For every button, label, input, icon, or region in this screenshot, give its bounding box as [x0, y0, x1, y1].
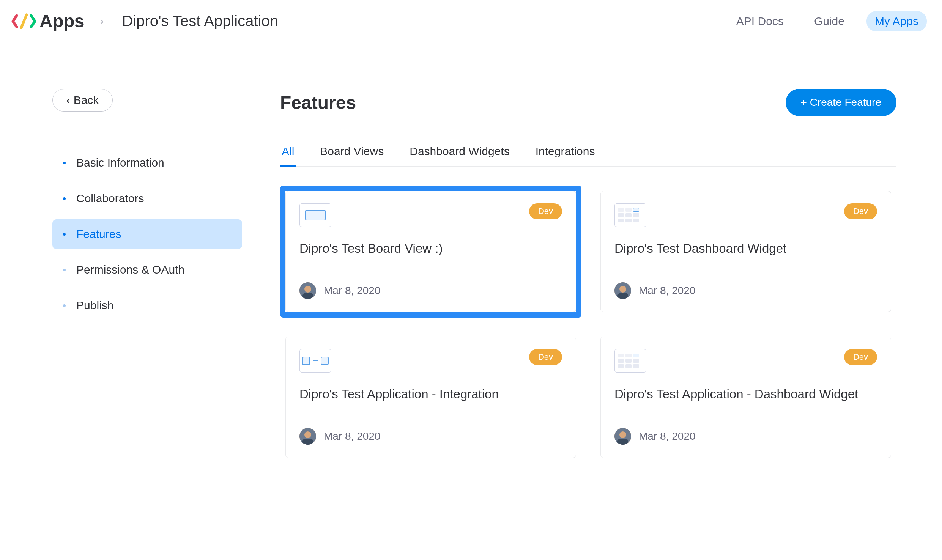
header-nav: API Docs Guide My Apps: [728, 11, 927, 31]
feature-card[interactable]: Dev Dipro's Test Dashboard Widget Mar 8,…: [600, 191, 891, 312]
card-date: Mar 8, 2020: [639, 285, 695, 297]
brand-logo[interactable]: Apps: [11, 11, 84, 31]
status-badge: Dev: [844, 349, 877, 365]
svg-point-4: [619, 286, 626, 293]
back-button-label: Back: [74, 94, 99, 107]
card-date: Mar 8, 2020: [639, 430, 695, 442]
svg-rect-8: [302, 439, 313, 445]
sidebar-item-collaborators[interactable]: Collaborators: [52, 184, 242, 213]
feature-card-frame: Dev Dipro's Test Application - Integrati…: [280, 331, 581, 463]
feature-card[interactable]: Dev Dipro's Test Application - Integrati…: [285, 337, 576, 458]
sidebar-item-basic-information[interactable]: Basic Information: [52, 148, 242, 178]
bullet-icon: [63, 233, 66, 236]
feature-card[interactable]: Dev Dipro's Test Application - Dashboard…: [600, 337, 891, 458]
sidebar-item-label: Publish: [76, 299, 113, 312]
svg-point-1: [304, 286, 311, 293]
status-badge: Dev: [529, 349, 562, 365]
card-meta: Mar 8, 2020: [299, 428, 562, 445]
tab-integrations[interactable]: Integrations: [534, 139, 597, 166]
breadcrumb-chevron-icon: ›: [93, 15, 111, 27]
svg-point-7: [304, 431, 311, 438]
tab-all[interactable]: All: [280, 139, 296, 166]
svg-rect-11: [617, 439, 628, 445]
avatar: [614, 428, 631, 445]
tab-dashboard-widgets[interactable]: Dashboard Widgets: [408, 139, 511, 166]
sidebar-item-label: Features: [76, 228, 121, 241]
card-date: Mar 8, 2020: [324, 285, 380, 297]
nav-api-docs[interactable]: API Docs: [728, 11, 792, 31]
feature-tabs: All Board Views Dashboard Widgets Integr…: [280, 139, 896, 167]
nav-guide[interactable]: Guide: [806, 11, 853, 31]
status-badge: Dev: [529, 203, 562, 219]
svg-point-10: [619, 431, 626, 438]
chevron-left-icon: ‹: [66, 94, 70, 106]
card-top-row: Dev: [614, 203, 877, 227]
status-badge: Dev: [844, 203, 877, 219]
sidebar-item-label: Permissions & OAuth: [76, 263, 184, 276]
card-top-row: Dev: [299, 349, 562, 373]
card-top-row: Dev: [614, 349, 877, 373]
sidebar-item-permissions-oauth[interactable]: Permissions & OAuth: [52, 255, 242, 285]
feature-card[interactable]: Dev Dipro's Test Board View :) Mar 8, 20…: [285, 191, 576, 312]
back-button[interactable]: ‹ Back: [52, 89, 113, 112]
dashboard-widget-icon: [614, 349, 646, 373]
avatar: [299, 428, 316, 445]
page-body: ‹ Back Basic Information Collaborators F…: [0, 43, 942, 463]
dashboard-widget-icon: [614, 203, 646, 227]
feature-card-frame: Dev Dipro's Test Application - Dashboard…: [595, 331, 896, 463]
svg-rect-2: [302, 293, 313, 299]
sidebar-item-features[interactable]: Features: [52, 219, 242, 249]
sidebar-item-label: Basic Information: [76, 156, 164, 169]
avatar: [299, 282, 316, 299]
card-title: Dipro's Test Board View :): [299, 241, 562, 271]
bullet-icon: [63, 269, 66, 271]
feature-card-highlight-frame: Dev Dipro's Test Board View :) Mar 8, 20…: [280, 186, 581, 318]
board-view-icon: [299, 203, 331, 227]
svg-rect-5: [617, 293, 628, 299]
breadcrumb-current[interactable]: Dipro's Test Application: [122, 13, 278, 30]
card-title: Dipro's Test Dashboard Widget: [614, 241, 877, 271]
sidebar: ‹ Back Basic Information Collaborators F…: [52, 89, 242, 463]
card-top-row: Dev: [299, 203, 562, 227]
sidebar-item-publish[interactable]: Publish: [52, 291, 242, 320]
brand-title: Apps: [39, 11, 84, 31]
page-title: Features: [280, 92, 356, 113]
card-date: Mar 8, 2020: [324, 430, 380, 442]
integration-icon: [299, 349, 331, 373]
avatar: [614, 282, 631, 299]
header-left: Apps › Dipro's Test Application: [11, 11, 278, 31]
card-title: Dipro's Test Application - Integration: [299, 387, 562, 417]
card-meta: Mar 8, 2020: [614, 428, 877, 445]
sidebar-item-label: Collaborators: [76, 192, 144, 205]
sidebar-nav: Basic Information Collaborators Features…: [52, 148, 242, 320]
feature-card-frame: Dev Dipro's Test Dashboard Widget Mar 8,…: [595, 186, 896, 318]
main-header-row: Features + Create Feature: [280, 89, 896, 116]
nav-my-apps[interactable]: My Apps: [866, 11, 927, 31]
card-meta: Mar 8, 2020: [299, 282, 562, 299]
card-title: Dipro's Test Application - Dashboard Wid…: [614, 387, 877, 417]
feature-cards-grid: Dev Dipro's Test Board View :) Mar 8, 20…: [280, 186, 896, 463]
card-meta: Mar 8, 2020: [614, 282, 877, 299]
tab-board-views[interactable]: Board Views: [318, 139, 385, 166]
bullet-icon: [63, 162, 66, 164]
brand-logo-icon: [11, 13, 38, 30]
bullet-icon: [63, 304, 66, 307]
top-header: Apps › Dipro's Test Application API Docs…: [0, 0, 942, 43]
bullet-icon: [63, 197, 66, 200]
create-feature-button[interactable]: + Create Feature: [786, 89, 896, 116]
main-content: Features + Create Feature All Board View…: [280, 89, 919, 463]
